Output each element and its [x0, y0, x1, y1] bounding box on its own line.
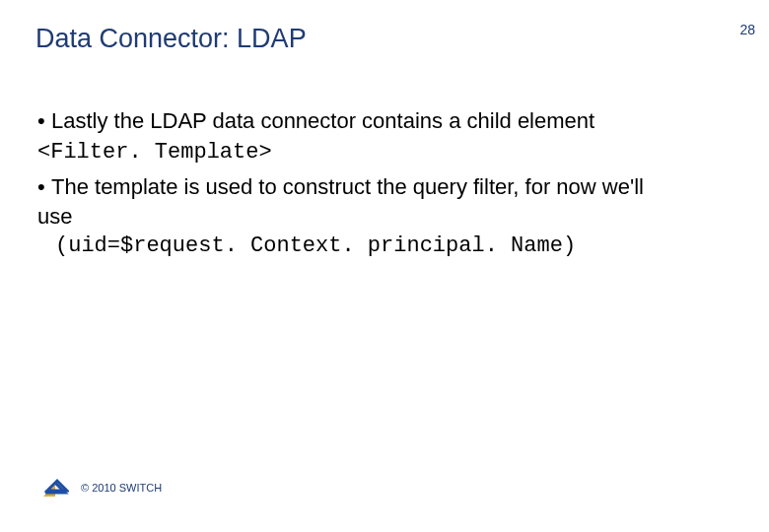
bullet-text: The template is used to construct the qu…	[37, 174, 644, 229]
bullet-marker-icon: •	[37, 172, 51, 202]
slide: Data Connector: LDAP 28 •Lastly the LDAP…	[0, 0, 769, 532]
page-number: 28	[739, 22, 755, 37]
bullet-text: Lastly the LDAP data connector contains …	[37, 108, 594, 163]
bullet-lead: Lastly the LDAP data connector contains …	[51, 108, 594, 133]
switch-logo-icon	[41, 477, 69, 499]
bullet-item: •Lastly the LDAP data connector contains…	[37, 106, 678, 166]
slide-content: •Lastly the LDAP data connector contains…	[37, 106, 678, 266]
slide-title: Data Connector: LDAP	[35, 24, 307, 54]
bullet-item: •The template is used to construct the q…	[37, 172, 678, 260]
bullet-code-line: (uid=$request. Context. principal. Name)	[37, 232, 678, 261]
bullet-marker-icon: •	[37, 106, 51, 136]
copyright-text: © 2010 SWITCH	[81, 482, 162, 494]
bullet-lead: The template is used to construct the qu…	[37, 174, 644, 229]
bullet-code: <Filter. Template>	[37, 140, 272, 165]
slide-footer: © 2010 SWITCH	[41, 477, 162, 499]
